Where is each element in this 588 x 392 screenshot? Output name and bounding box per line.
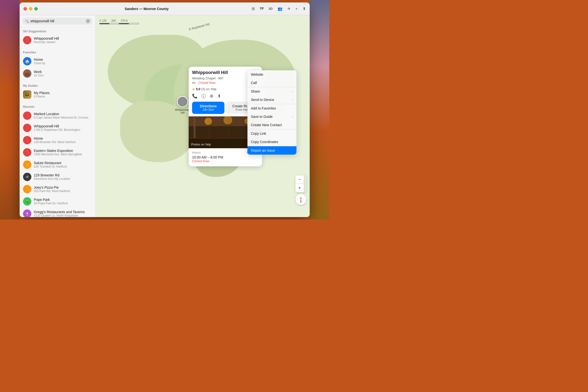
search-input[interactable] — [30, 19, 84, 23]
list-item[interactable]: ↺ 129 Brewster Rd Directions from My Loc… — [20, 171, 95, 183]
search-area: 🔍 ✕ — [20, 15, 95, 27]
list-item[interactable]: 📍 Marked Location 9 Capt James Mann Memo… — [20, 110, 95, 122]
sidebar-toggle-icon[interactable]: ⊞ — [252, 6, 255, 11]
list-item[interactable]: 🏠 Home Close by — [20, 55, 95, 68]
place-type: Wedding Chapel · 897 — [192, 76, 224, 80]
item-text: 129 Brewster Rd Directions from My Locat… — [34, 173, 92, 180]
compass-icon: N — [297, 196, 304, 203]
scale-seg-2 — [109, 23, 119, 24]
people-icon[interactable]: 👥 — [278, 6, 282, 11]
window-controls — [24, 7, 38, 10]
list-item[interactable]: 💼 Work 1h 31m — [20, 68, 95, 80]
menu-item-call[interactable]: Call — [248, 79, 296, 87]
menu-item-copy-link[interactable]: Copy Link — [248, 129, 296, 138]
list-item[interactable]: 📍 Eastern States Exposition 1305 Memoria… — [20, 146, 95, 158]
menu-item-share[interactable]: Share › — [248, 87, 296, 96]
rating-source: on Yelp — [206, 87, 216, 91]
3d-button[interactable]: 3D — [268, 7, 273, 10]
list-item[interactable]: 📍 Whippoorwill Hill Recently viewed — [20, 34, 95, 46]
list-item[interactable]: 🗂 My Places 6 Places — [20, 88, 95, 101]
hours-label: Hours — [192, 151, 201, 154]
scale-250: 250 — [111, 19, 116, 22]
list-item[interactable]: 📍 Home 129 Brewster Rd, West Hartford — [20, 134, 95, 146]
location-icon[interactable]: ✈ — [288, 6, 290, 11]
menu-item-add-favorites[interactable]: Add to Favorites — [248, 104, 296, 112]
add-icon[interactable]: ⊕ — [210, 93, 214, 99]
item-sub: Directions from My Location — [34, 177, 92, 180]
item-name: Whippoorwill Hill — [34, 124, 92, 128]
item-icon-red-pin: 📍 — [23, 36, 31, 44]
search-icon: 🔍 — [25, 19, 29, 23]
compass-button[interactable]: N — [296, 194, 306, 205]
list-item[interactable]: 🍕 Joey's Pizza Pie 353 Park Rd, West Har… — [20, 183, 95, 195]
list-item[interactable]: 🌳 Pope Park 30 Pope Park Dr, Hartford — [20, 195, 95, 208]
item-name: Pope Park — [34, 198, 92, 202]
scale-375: 375 ft — [121, 19, 128, 22]
zoom-in-button[interactable]: + — [296, 184, 304, 192]
scale-seg-1 — [100, 23, 109, 24]
favorites-label: Favorites — [20, 48, 95, 55]
item-text: Joey's Pizza Pie 353 Park Rd, West Hartf… — [34, 186, 92, 193]
share-action-icon[interactable]: ⬆ — [217, 93, 221, 99]
item-icon-pin: 📍 — [23, 124, 31, 132]
star-icon: ★ — [192, 87, 195, 91]
item-sub: 1780 E Rayletown Rd, Bloomington — [34, 128, 92, 132]
list-item[interactable]: 🍹 Gregg's Restaurants and Taverns 4120 Q… — [20, 208, 95, 217]
item-icon-places: 🗂 — [23, 90, 31, 99]
minimize-button[interactable] — [29, 7, 32, 10]
menu-label-contact: Create New Contact — [251, 123, 282, 127]
item-text: Eastern States Exposition 1305 Memorial … — [34, 149, 92, 156]
zoom-out-button[interactable]: − — [296, 176, 304, 184]
list-item[interactable]: 📍 Whippoorwill Hill 1780 E Rayletown Rd,… — [20, 122, 95, 134]
item-text: Whippoorwill Hill 1780 E Rayletown Rd, B… — [34, 124, 92, 132]
scale-seg-4 — [128, 23, 139, 24]
item-name: Home — [34, 58, 92, 62]
directions-button[interactable]: Directions 13h 31m — [192, 102, 224, 114]
list-item[interactable]: 🍴 Salute Restaurant 100 Trumbull St, Har… — [20, 158, 95, 171]
menu-item-report[interactable]: Report an Issue — [248, 146, 296, 154]
place-status-row: mi · Closed Now — [192, 80, 228, 85]
background-left — [0, 0, 20, 220]
app-window: Sanders — Monroe County ⊞ 🗺 3D 👥 ✈ + ⬆ 🔍… — [20, 2, 310, 217]
item-sub: 353 Park Rd, West Hartford — [34, 190, 92, 193]
item-name: Work — [34, 70, 92, 74]
info-icon[interactable]: ⓘ — [202, 93, 206, 99]
item-name: 129 Brewster Rd — [34, 173, 92, 177]
svg-text:N: N — [300, 201, 301, 203]
item-name: Gregg's Restaurants and Taverns — [34, 210, 92, 214]
item-icon-pizza: 🍕 — [23, 185, 31, 193]
place-status: Closed Now — [198, 81, 215, 84]
item-name: Home — [34, 136, 92, 140]
menu-item-copy-coordinates[interactable]: Copy Coordinates — [248, 138, 296, 146]
maximize-button[interactable] — [34, 7, 38, 10]
menu-item-website[interactable]: Website — [248, 70, 296, 79]
item-text: Work 1h 31m — [34, 70, 92, 77]
menu-item-send-device[interactable]: Send to Device › — [248, 96, 296, 104]
menu-label-favorites: Add to Favorites — [251, 106, 276, 110]
item-name: Whippoorwill Hill — [34, 36, 92, 40]
map-area[interactable]: 0 125 250 375 ft E Rayletown Rd — [96, 15, 310, 217]
context-menu: Website Call Share › Send to Device › — [248, 70, 296, 154]
item-sub: 1h 31m — [34, 74, 92, 77]
map-view-icon[interactable]: 🗺 — [260, 6, 264, 11]
main-content: 🔍 ✕ Siri Suggestions 📍 Whippoorwill Hill… — [20, 15, 310, 217]
item-name: Salute Restaurant — [34, 161, 92, 165]
close-button[interactable] — [24, 7, 27, 10]
item-text: Marked Location 9 Capt James Mann Memori… — [34, 112, 92, 119]
menu-item-save-guide[interactable]: Save to Guide › — [248, 112, 296, 121]
item-icon-pin: 📍 — [23, 112, 31, 120]
scale-bar: 0 125 250 375 ft — [100, 19, 139, 24]
item-name: Marked Location — [34, 112, 92, 116]
share-arrow-icon: › — [292, 90, 293, 93]
menu-item-new-contact[interactable]: Create New Contact — [248, 121, 296, 129]
share-icon[interactable]: ⬆ — [302, 6, 306, 11]
clear-button[interactable]: ✕ — [86, 19, 90, 23]
map-pin-circle — [177, 96, 188, 107]
scale-125: 125 — [102, 19, 106, 22]
add-icon[interactable]: + — [296, 6, 298, 11]
place-distance: mi — [192, 81, 196, 84]
item-sub: 30 Pope Park Dr, Hartford — [34, 202, 92, 205]
menu-label-share: Share — [251, 90, 260, 93]
call-icon[interactable]: 📞 — [192, 93, 198, 99]
menu-label-report: Report an Issue — [251, 148, 275, 152]
